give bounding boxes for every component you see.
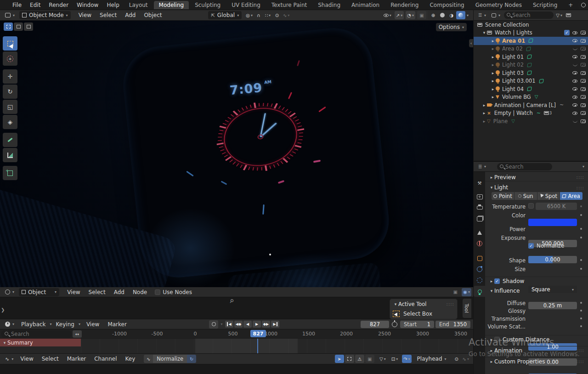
tab-output[interactable] — [474, 202, 486, 213]
timeline-menu-keying[interactable]: Keying — [52, 321, 79, 328]
panel-light-header[interactable]: ▾Light:::: — [485, 183, 588, 192]
properties-editor-type-button[interactable]: ☰▾ — [475, 163, 489, 171]
shading-material-button[interactable]: ◑ — [447, 11, 456, 19]
collection-checkbox[interactable]: ✓ — [564, 30, 570, 35]
play-button[interactable]: ▶ — [253, 321, 261, 328]
play-reverse-button[interactable]: ◀ — [243, 321, 252, 328]
options-dropdown[interactable]: Options▾ — [436, 23, 467, 31]
tab-rendering[interactable]: Rendering — [385, 1, 424, 9]
timeline-search-input[interactable] — [1, 330, 72, 338]
eye-icon[interactable] — [572, 87, 577, 91]
scene-selector[interactable]: ▾ Scene ✛ × — [578, 1, 588, 9]
light-type-sun[interactable]: Sun — [514, 192, 537, 200]
summary-channel[interactable]: ▾Summary — [0, 339, 81, 346]
node-menu-select[interactable]: Select — [85, 289, 110, 295]
menu-render[interactable]: Render — [45, 2, 73, 8]
mode-selector[interactable]: Object Mode▾ — [19, 11, 71, 19]
tab-layout[interactable]: Layout — [124, 1, 153, 9]
normalize-icon-button[interactable]: ∿ — [144, 355, 153, 363]
graph-menu-view[interactable]: View — [16, 356, 37, 362]
temperature-field[interactable]: 6500 K — [536, 203, 577, 210]
exposure-slider[interactable]: 0.000 — [528, 256, 577, 263]
camera-visibility-icon[interactable] — [581, 39, 586, 43]
proportional-falloff-dropdown[interactable]: ∿▾ — [282, 11, 291, 19]
outliner-row-light02[interactable]: ▸Light 02 — [474, 61, 588, 69]
shading-solid-button[interactable] — [438, 11, 447, 19]
auto-keying-toggle[interactable] — [209, 320, 218, 329]
frame-end-field[interactable]: End1350 — [435, 321, 470, 328]
eye-closed-icon[interactable] — [573, 120, 577, 123]
node-menu-add[interactable]: Add — [110, 289, 129, 295]
annotate-tool[interactable] — [3, 133, 17, 147]
normalize-auto-icon[interactable]: ↻ — [187, 355, 196, 363]
light-type-area[interactable]: Area — [560, 192, 582, 200]
region-expand-arrow[interactable]: ❯ — [1, 307, 5, 312]
snapping-icon[interactable]: ▣ — [451, 288, 460, 296]
scale-tool[interactable]: ◱ — [3, 100, 17, 114]
camera-disabled-icon[interactable] — [581, 63, 586, 67]
falloff-icon[interactable]: ∿▾ — [461, 355, 470, 363]
jump-to-start-button[interactable]: ◀ — [225, 321, 233, 328]
transform-orientation-dropdown[interactable]: ⇱Global▾ — [208, 11, 242, 19]
snap-with-dropdown[interactable]: ∷▾ — [263, 11, 272, 19]
camera-visibility-icon[interactable] — [581, 55, 586, 59]
timeline-menu-view[interactable]: View — [82, 321, 103, 328]
playhead-snap-dropdown[interactable]: Playhead▾ — [414, 355, 449, 363]
outliner-row-light04[interactable]: ▸Light 04 — [474, 85, 588, 93]
outliner-search[interactable] — [504, 11, 554, 19]
panel-custom-distance[interactable]: ▸Custom Distance — [485, 335, 588, 343]
select-mode-subtract-button[interactable] — [24, 23, 33, 31]
sidebar-collapse-arrow[interactable]: ‹ — [469, 39, 473, 47]
tab-tool[interactable]: ⚒ — [474, 177, 486, 188]
frame-start-field[interactable]: Start1 — [400, 321, 434, 328]
panel-preview[interactable]: ▸Preview:::: — [485, 173, 588, 181]
menu-window[interactable]: Window — [73, 2, 102, 8]
timeline-menu-playback[interactable]: Playback — [17, 321, 50, 328]
graph-menu-key[interactable]: Key — [121, 356, 140, 362]
editor-type-button[interactable]: ▾ — [2, 11, 17, 19]
normalize-checkbox[interactable]: ✓ — [528, 243, 534, 249]
light-type-point[interactable]: Point — [492, 192, 514, 200]
tab-scripting[interactable]: Scripting — [528, 1, 562, 9]
eye-icon[interactable] — [572, 39, 577, 42]
eye-closed-icon[interactable] — [573, 63, 577, 66]
camera-visibility-icon[interactable] — [581, 111, 586, 115]
tab-world[interactable] — [474, 238, 486, 249]
shading-wireframe-button[interactable]: ⊕ — [429, 11, 438, 19]
add-cube-tool[interactable]: + — [3, 166, 17, 180]
outliner-row-animation-camera[interactable]: ▸Animation | Camera [L]~ — [474, 101, 588, 109]
custom-distance-checkbox[interactable] — [494, 337, 500, 342]
menu-add[interactable]: Add — [121, 12, 140, 18]
node-menu-view[interactable]: View — [63, 289, 84, 295]
tab-texture-paint[interactable]: Texture Paint — [266, 1, 312, 9]
camera-disabled-icon[interactable] — [581, 47, 586, 51]
current-frame-field[interactable]: 827 — [361, 321, 389, 328]
eye-icon[interactable] — [572, 71, 577, 74]
outliner-row-empty-watch[interactable]: ▸+Empty | Watch~3 — [474, 109, 588, 118]
outliner-filter-id-dropdown[interactable]: ▾ — [489, 11, 503, 19]
properties-options-chevron[interactable]: ▾ — [582, 164, 584, 169]
cursor-tool[interactable]: + — [3, 51, 17, 66]
camera-visibility-icon[interactable] — [581, 79, 586, 83]
outliner-filter-dropdown[interactable]: ▽▾ — [554, 11, 564, 19]
outliner-row-area01[interactable]: ▸Area 01 — [474, 37, 588, 45]
graph-menu-marker[interactable]: Marker — [63, 356, 90, 362]
camera-visibility-icon[interactable] — [581, 95, 586, 99]
temperature-checkbox[interactable] — [528, 203, 534, 209]
outliner-row-area02[interactable]: ▸Area 02 — [474, 45, 588, 53]
panel-shadow[interactable]: ▸✓Shadow — [485, 277, 588, 285]
outliner-row-scene-collection[interactable]: Scene Collection — [474, 21, 588, 29]
tool-tab[interactable]: Tool — [463, 299, 471, 318]
panel-custom-properties[interactable]: ▸Custom Properties:::: — [485, 357, 588, 365]
playhead-line[interactable] — [257, 339, 258, 353]
eye-icon[interactable] — [572, 79, 577, 83]
menu-view[interactable]: View — [74, 12, 96, 18]
normalize-button[interactable]: Normalize — [153, 355, 187, 363]
light-type-spot[interactable]: Spot — [537, 192, 560, 200]
eye-icon[interactable] — [572, 31, 577, 34]
tab-object-data[interactable] — [474, 286, 486, 297]
new-collection-button[interactable] — [564, 11, 573, 19]
tab-sculpting[interactable]: Sculpting — [190, 1, 226, 9]
eye-icon[interactable] — [572, 55, 577, 58]
eye-icon[interactable] — [572, 103, 577, 107]
